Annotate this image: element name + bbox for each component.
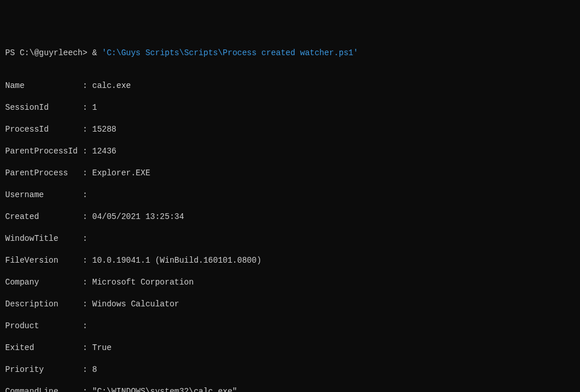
field-colon: : [82, 255, 92, 266]
field-value: 1 [92, 103, 97, 112]
field-row: Exited: True [5, 343, 575, 353]
field-row: ParentProcess: Explorer.EXE [5, 168, 575, 179]
field-colon: : [82, 168, 92, 179]
field-value: 12436 [92, 147, 116, 156]
field-row: Description: Windows Calculator [5, 299, 575, 310]
field-colon: : [82, 80, 92, 91]
field-key: Exited [5, 343, 82, 353]
field-colon: : [82, 386, 92, 392]
field-row: Name: calc.exe [5, 80, 575, 91]
field-colon: : [82, 343, 92, 353]
field-key: SessionId [5, 102, 82, 113]
prompt-ps: PS [5, 48, 20, 57]
field-value: 04/05/2021 13:25:34 [92, 212, 184, 221]
field-key: ParentProcessId [5, 146, 82, 157]
field-value: 8 [92, 365, 97, 374]
prompt-line: PS C:\@guyrleech> & 'C:\Guys Scripts\Scr… [5, 48, 575, 59]
field-row: SessionId: 1 [5, 102, 575, 113]
field-value: 15288 [92, 125, 116, 134]
field-row: Created: 04/05/2021 13:25:34 [5, 212, 575, 222]
field-key: Username [5, 190, 82, 201]
field-value: Explorer.EXE [92, 168, 150, 178]
field-row: CommandLine: "C:\WINDOWS\system32\calc.e… [5, 386, 575, 392]
field-colon: : [82, 364, 92, 375]
field-colon: : [82, 299, 92, 310]
field-row: Product: [5, 321, 575, 332]
script-path: 'C:\Guys Scripts\Scripts\Process created… [102, 48, 358, 57]
field-value: "C:\WINDOWS\system32\calc.exe" [92, 387, 237, 392]
field-colon: : [82, 190, 92, 201]
field-key: Product [5, 321, 82, 332]
field-key: Description [5, 299, 82, 310]
field-row: FileVersion: 10.0.19041.1 (WinBuild.1601… [5, 255, 575, 266]
field-colon: : [82, 212, 92, 222]
field-value: Microsoft Corporation [92, 278, 193, 287]
field-row: Company: Microsoft Corporation [5, 277, 575, 288]
field-value: Windows Calculator [92, 299, 179, 309]
field-key: ParentProcess [5, 168, 82, 179]
field-colon: : [82, 146, 92, 157]
field-row: Priority: 8 [5, 364, 575, 375]
field-row: ParentProcessId: 12436 [5, 146, 575, 157]
terminal-output[interactable]: PS C:\@guyrleech> & 'C:\Guys Scripts\Scr… [5, 48, 575, 392]
field-colon: : [82, 277, 92, 288]
field-row: ProcessId: 15288 [5, 124, 575, 135]
field-row: Username: [5, 190, 575, 201]
field-key: Name [5, 80, 82, 91]
prompt-amp: & [92, 48, 102, 57]
field-key: Priority [5, 364, 82, 375]
field-key: Created [5, 212, 82, 222]
field-row: WindowTitle: [5, 233, 575, 244]
field-value: calc.exe [92, 81, 131, 90]
field-value: 10.0.19041.1 (WinBuild.160101.0800) [92, 256, 261, 265]
field-key: WindowTitle [5, 233, 82, 244]
field-key: ProcessId [5, 124, 82, 135]
field-key: CommandLine [5, 386, 82, 392]
field-colon: : [82, 102, 92, 113]
field-key: Company [5, 277, 82, 288]
field-colon: : [82, 321, 92, 332]
prompt-closer: > [82, 48, 92, 57]
field-key: FileVersion [5, 255, 82, 266]
field-colon: : [82, 233, 92, 244]
field-value: True [92, 343, 112, 352]
prompt-path: C:\@guyrleech [20, 48, 82, 57]
field-colon: : [82, 124, 92, 135]
